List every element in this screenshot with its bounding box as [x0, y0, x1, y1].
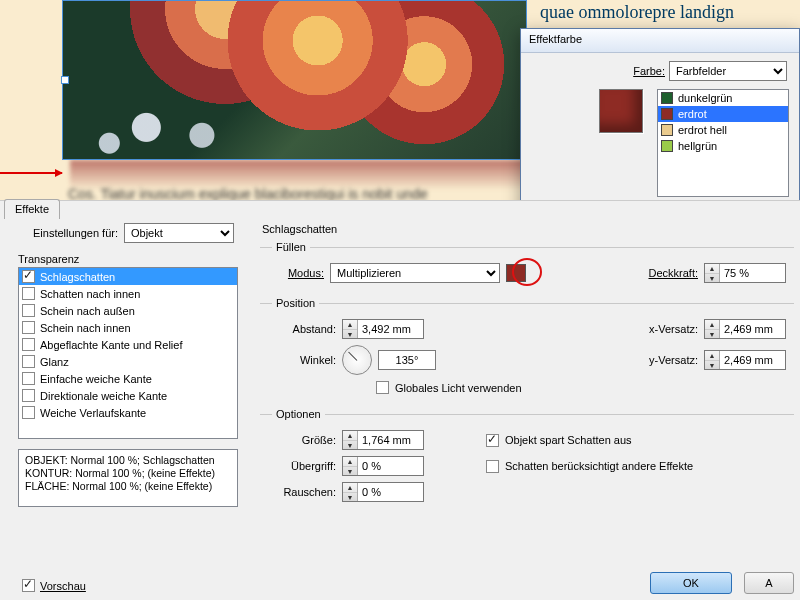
checkbox-icon	[22, 579, 35, 592]
checkbox-icon	[22, 304, 35, 317]
angle-input[interactable]	[378, 350, 436, 370]
swatch-color-icon	[661, 108, 673, 120]
x-offset-input[interactable]: ▲▼	[704, 319, 786, 339]
checkbox-icon	[22, 338, 35, 351]
swatch-color-icon	[661, 92, 673, 104]
effect-item-label: Direktionale weiche Kante	[40, 390, 167, 402]
effect-item-label: Glanz	[40, 356, 69, 368]
global-light-checkbox[interactable]	[376, 381, 389, 394]
angle-label: Winkel:	[268, 354, 336, 366]
effect-item[interactable]: Schlagschatten	[19, 268, 237, 285]
mode-label: Modus:	[268, 267, 324, 279]
size-label: Größe:	[268, 434, 336, 446]
shadow-other-label: Schatten berücksichtigt andere Effekte	[505, 460, 693, 472]
shadow-color-swatch[interactable]	[506, 264, 526, 282]
angle-dial[interactable]	[342, 345, 372, 375]
current-color-swatch	[599, 89, 643, 133]
swatch-item[interactable]: hellgrün	[658, 138, 788, 154]
options-group: Optionen Größe: ▲▼ Objekt spart Schatten…	[260, 408, 794, 506]
body-text: quae ommolorepre landign	[540, 0, 800, 24]
y-offset-input[interactable]: ▲▼	[704, 350, 786, 370]
checkbox-icon	[22, 389, 35, 402]
spread-label: Übergriff:	[268, 460, 336, 472]
secondary-button[interactable]: A	[744, 572, 794, 594]
checkbox-icon	[22, 372, 35, 385]
image-frame[interactable]	[62, 0, 527, 160]
swatch-color-icon	[661, 140, 673, 152]
options-legend: Optionen	[272, 408, 325, 420]
effect-item-label: Schlagschatten	[40, 271, 115, 283]
x-offset-label: x-Versatz:	[649, 323, 698, 335]
placed-image	[63, 1, 526, 159]
preview-checkbox[interactable]: Vorschau	[22, 579, 86, 592]
distance-input[interactable]: ▲▼	[342, 319, 424, 339]
spread-input[interactable]: ▲▼	[342, 456, 424, 476]
swatch-list[interactable]: dunkelgrünerdroterdrot hellhellgrün	[657, 89, 789, 197]
effect-item[interactable]: Schein nach außen	[19, 302, 237, 319]
object-spares-label: Objekt spart Schatten aus	[505, 434, 632, 446]
fill-legend: Füllen	[272, 241, 310, 253]
effect-item-label: Schein nach innen	[40, 322, 131, 334]
noise-input[interactable]: ▲▼	[342, 482, 424, 502]
effect-item[interactable]: Einfache weiche Kante	[19, 370, 237, 387]
effect-item-label: Einfache weiche Kante	[40, 373, 152, 385]
swatch-name: dunkelgrün	[678, 92, 732, 104]
transparenz-label: Transparenz	[18, 253, 238, 265]
size-input[interactable]: ▲▼	[342, 430, 424, 450]
effect-item[interactable]: Schatten nach innen	[19, 285, 237, 302]
ok-button[interactable]: OK	[650, 572, 732, 594]
effect-item-label: Abgeflachte Kante und Relief	[40, 339, 183, 351]
opacity-input[interactable]: ▲▼	[704, 263, 786, 283]
effect-summary: OBJEKT: Normal 100 %; Schlagschatten KON…	[18, 449, 238, 507]
object-spares-checkbox[interactable]	[486, 434, 499, 447]
effects-dialog: Effekte Einstellungen für: Objekt Transp…	[0, 200, 800, 600]
checkbox-icon	[22, 270, 35, 283]
fill-group: Füllen Modus: Multiplizieren Deckkraft: …	[260, 241, 794, 287]
distance-label: Abstand:	[268, 323, 336, 335]
swatch-name: hellgrün	[678, 140, 717, 152]
effect-item-label: Schein nach außen	[40, 305, 135, 317]
dialog-title[interactable]: Effektfarbe	[521, 29, 799, 53]
effect-item-label: Weiche Verlaufskante	[40, 407, 146, 419]
swatch-color-icon	[661, 124, 673, 136]
blend-mode-select[interactable]: Multiplizieren	[330, 263, 500, 283]
settings-for-select[interactable]: Objekt	[124, 223, 234, 243]
panel-heading: Schlagschatten	[262, 223, 794, 235]
shadow-other-checkbox[interactable]	[486, 460, 499, 473]
y-offset-label: y-Versatz:	[649, 354, 698, 366]
settings-for-label: Einstellungen für:	[18, 227, 118, 239]
checkbox-icon	[22, 355, 35, 368]
blurred-body-text: Cos. Tiatur inuscium explique blacibores…	[68, 186, 538, 200]
effect-item-label: Schatten nach innen	[40, 288, 140, 300]
position-group: Position Abstand: ▲▼ x-Versatz: ▲▼ Winke…	[260, 297, 794, 398]
opacity-label: Deckkraft:	[648, 267, 698, 279]
swatch-name: erdrot	[678, 108, 707, 120]
checkbox-icon	[22, 287, 35, 300]
checkbox-icon	[22, 406, 35, 419]
swatch-item[interactable]: dunkelgrün	[658, 90, 788, 106]
farbe-select[interactable]: Farbfelder	[669, 61, 787, 81]
effect-item[interactable]: Direktionale weiche Kante	[19, 387, 237, 404]
effect-item[interactable]: Weiche Verlaufskante	[19, 404, 237, 421]
position-legend: Position	[272, 297, 319, 309]
annotation-arrow	[0, 172, 62, 174]
swatch-name: erdrot hell	[678, 124, 727, 136]
noise-label: Rauschen:	[268, 486, 336, 498]
farbe-label: Farbe:	[633, 65, 665, 77]
effect-item[interactable]: Abgeflachte Kante und Relief	[19, 336, 237, 353]
effect-item[interactable]: Glanz	[19, 353, 237, 370]
dialog-tab[interactable]: Effekte	[4, 199, 60, 219]
effect-list[interactable]: SchlagschattenSchatten nach innenSchein …	[18, 267, 238, 439]
checkbox-icon	[22, 321, 35, 334]
effect-item[interactable]: Schein nach innen	[19, 319, 237, 336]
swatch-item[interactable]: erdrot	[658, 106, 788, 122]
swatch-item[interactable]: erdrot hell	[658, 122, 788, 138]
global-light-label: Globales Licht verwenden	[395, 382, 522, 394]
